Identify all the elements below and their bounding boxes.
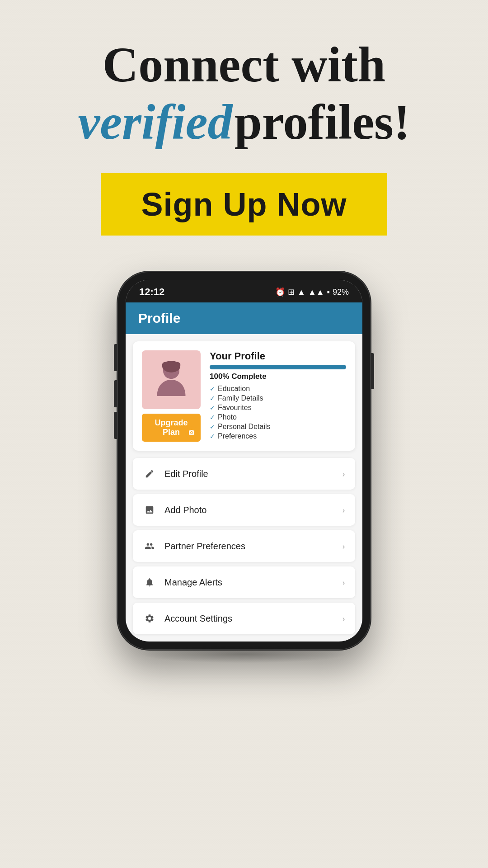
- menu-item-partner-preferences[interactable]: Partner Preferences ›: [133, 530, 355, 562]
- checklist-item: ✓Photo: [210, 413, 346, 421]
- checklist-item: ✓Personal Details: [210, 423, 346, 431]
- wifi-icon: ▲: [297, 288, 305, 297]
- alarm-icon: ⏰: [275, 287, 285, 297]
- progress-bar-background: [210, 365, 346, 369]
- phone-shadow: [140, 645, 348, 663]
- chevron-right-icon: ›: [342, 469, 345, 479]
- check-icon: ✓: [210, 404, 215, 411]
- image-icon: [143, 503, 156, 517]
- progress-text: 100% Complete: [210, 372, 346, 381]
- profile-card: Upgrade Plan Your Profile 100% Complete …: [133, 341, 355, 451]
- headline-section: Connect with verified profiles!: [51, 36, 437, 151]
- menu-item-left: Partner Preferences: [143, 539, 245, 553]
- progress-bar-fill: [210, 365, 346, 369]
- add-photo-label: Add Photo: [164, 505, 206, 515]
- menu-item-left: Edit Profile: [143, 467, 208, 481]
- menu-item-manage-alerts[interactable]: Manage Alerts ›: [133, 566, 355, 598]
- chevron-right-icon: ›: [342, 541, 345, 552]
- bell-icon: [143, 576, 156, 589]
- menu-item-add-photo[interactable]: Add Photo ›: [133, 494, 355, 526]
- status-time: 12:12: [139, 286, 164, 298]
- battery-percent: 92%: [333, 288, 349, 297]
- avatar-background: [142, 350, 201, 409]
- avatar-icon: [151, 359, 192, 400]
- chevron-right-icon: ›: [342, 505, 345, 515]
- menu-item-left: Manage Alerts: [143, 576, 222, 589]
- checklist-item: ✓Favourites: [210, 404, 346, 412]
- profile-checklist: ✓Education ✓Family Details ✓Favourites ✓…: [210, 385, 346, 440]
- menu-item-left: Account Settings: [143, 612, 232, 625]
- status-icons: ⏰ ⊞ ▲ ▲▲ ▪ 92%: [275, 287, 349, 297]
- check-icon: ✓: [210, 385, 215, 392]
- chevron-right-icon: ›: [342, 577, 345, 588]
- gear-icon: [143, 612, 156, 625]
- manage-alerts-label: Manage Alerts: [164, 577, 222, 588]
- app-title: Profile: [138, 311, 350, 326]
- sign-up-button[interactable]: Sign Up Now: [101, 173, 388, 236]
- menu-item-left: Add Photo: [143, 503, 206, 517]
- profile-info: Your Profile 100% Complete ✓Education ✓F…: [210, 350, 346, 442]
- headline-line2: profiles!: [235, 94, 410, 150]
- headline-verified: verified: [78, 94, 232, 150]
- people-icon: [143, 539, 156, 553]
- avatar-section: Upgrade Plan: [142, 350, 201, 442]
- phone-outer: 12:12 ⏰ ⊞ ▲ ▲▲ ▪ 92% Profile: [117, 272, 371, 650]
- menu-item-account-settings[interactable]: Account Settings ›: [133, 603, 355, 634]
- chevron-right-icon: ›: [342, 613, 345, 624]
- app-header: Profile: [126, 302, 362, 334]
- pencil-icon: [143, 467, 156, 481]
- checklist-item: ✓Preferences: [210, 432, 346, 440]
- check-icon: ✓: [210, 395, 215, 402]
- partner-preferences-label: Partner Preferences: [164, 541, 245, 552]
- phone-screen: 12:12 ⏰ ⊞ ▲ ▲▲ ▪ 92% Profile: [126, 280, 362, 642]
- battery-icon: ▪: [327, 288, 330, 297]
- camera-badge[interactable]: [185, 426, 198, 439]
- checklist-item: ✓Education: [210, 385, 346, 393]
- menu-item-edit-profile[interactable]: Edit Profile ›: [133, 458, 355, 490]
- menu-list: Edit Profile › Add Photo: [126, 458, 362, 642]
- check-icon: ✓: [210, 414, 215, 421]
- edit-profile-label: Edit Profile: [164, 469, 208, 479]
- check-icon: ✓: [210, 433, 215, 440]
- check-icon: ✓: [210, 423, 215, 430]
- signal-icon: ▲▲: [308, 288, 324, 297]
- profile-info-title: Your Profile: [210, 350, 346, 362]
- grid-icon: ⊞: [288, 287, 295, 297]
- status-bar: 12:12 ⏰ ⊞ ▲ ▲▲ ▪ 92%: [126, 280, 362, 302]
- checklist-item: ✓Family Details: [210, 394, 346, 402]
- headline-line1: Connect with: [78, 36, 410, 94]
- account-settings-label: Account Settings: [164, 613, 232, 624]
- phone-mockup: 12:12 ⏰ ⊞ ▲ ▲▲ ▪ 92% Profile: [113, 272, 375, 650]
